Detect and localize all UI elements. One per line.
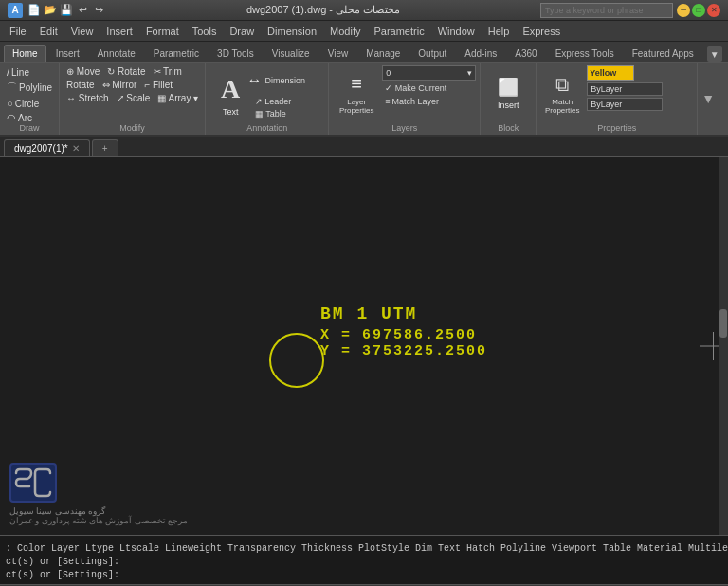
ribbon-group-insert: ⬜ Insert Block <box>481 63 537 135</box>
menu-dimension[interactable]: Dimension <box>262 24 322 39</box>
match-properties-icon: ⧉ <box>555 74 569 96</box>
maximize-button[interactable]: □ <box>692 4 705 17</box>
tab-visualize[interactable]: Visualize <box>264 45 318 62</box>
ribbon-options[interactable]: ▼ <box>707 46 722 62</box>
quick-access-open[interactable]: 📂 <box>43 3 58 18</box>
window-title: dwg2007 (1).dwg - مختصات محلی <box>106 4 540 16</box>
doc-tab-new[interactable]: + <box>92 139 118 156</box>
tab-a360[interactable]: A360 <box>506 45 545 62</box>
insert-btn[interactable]: ⬜ Insert <box>484 65 532 121</box>
minimize-button[interactable]: ─ <box>677 4 690 17</box>
menu-modify[interactable]: Modify <box>324 24 366 39</box>
draw-line-btn[interactable]: / Line <box>4 65 32 79</box>
annotation-leader-btn[interactable]: ↗ Leader <box>252 96 300 107</box>
menu-view[interactable]: View <box>65 24 100 39</box>
tab-home[interactable]: Home <box>4 45 46 62</box>
quick-access-undo[interactable]: ↩ <box>75 3 90 18</box>
draw-circle-btn[interactable]: ○ Circle <box>4 97 42 110</box>
modify-array-btn[interactable]: ▦ Array ▾ <box>155 92 201 104</box>
ribbon-expand-btn[interactable]: ▼ <box>698 63 719 135</box>
tab-3dtools[interactable]: 3D Tools <box>209 45 263 62</box>
insert-group-label: Block <box>481 123 536 133</box>
annotation-table-btn[interactable]: ▦ Table <box>252 108 300 119</box>
ribbon-group-draw: / Line ⌒ Polyline ○ Circle ◠ Arc Draw <box>0 63 60 135</box>
color-box[interactable]: Yellow <box>587 65 634 81</box>
modify-rotate-btn[interactable]: ↻ Rotate <box>104 65 148 78</box>
modify-move-btn[interactable]: ⊕ Move <box>64 65 102 78</box>
match-properties-btn[interactable]: ⧉ Match Properties <box>540 65 584 122</box>
ribbon-tabs: Home Insert Annotate Parametric 3D Tools… <box>0 42 728 63</box>
menu-tools[interactable]: Tools <box>187 24 223 39</box>
title-bar: A 📄 📂 💾 ↩ ↪ dwg2007 (1).dwg - مختصات محل… <box>0 0 728 21</box>
menu-window[interactable]: Window <box>432 24 481 39</box>
doc-tab-1-close[interactable]: ✕ <box>72 143 80 154</box>
menu-format[interactable]: Format <box>140 24 185 39</box>
ribbon-group-annotation: A Text ↔ Dimension ↗ Leader ▦ Table Anno… <box>206 63 329 135</box>
match-layer-icon: ≡ <box>385 97 390 106</box>
vertical-scrollbar[interactable] <box>719 157 728 535</box>
menu-help[interactable]: Help <box>482 24 516 39</box>
layer-properties-btn[interactable]: ≡ Layer Properties <box>333 65 380 122</box>
modify-copy-btn[interactable]: Rotate <box>64 79 97 91</box>
linetype2-box[interactable]: ByLayer <box>587 98 663 111</box>
tab-output[interactable]: Output <box>410 45 455 62</box>
modify-group-label: Modify <box>60 123 205 133</box>
text-icon: A <box>221 74 240 104</box>
quick-access-new[interactable]: 📄 <box>27 3 42 18</box>
bm1-circle <box>269 333 324 388</box>
command-line: : Color Layer Ltype Ltscale Lineweight T… <box>0 535 728 584</box>
doc-tab-1[interactable]: dwg2007(1)* ✕ <box>4 139 90 156</box>
modify-stretch-btn[interactable]: ↔ Stretch <box>64 92 111 104</box>
modify-scale-btn[interactable]: ⤢ Scale <box>114 92 154 104</box>
dimension-icon: ↔ <box>246 72 262 89</box>
command-text: : Color Layer Ltype Ltscale Lineweight T… <box>0 540 728 584</box>
ribbon-group-modify: ⊕ Move ↻ Rotate ✂ Trim Rotate ⇔ Mirror ⌐… <box>60 63 206 135</box>
annotation-text-btn[interactable]: A Text <box>211 66 249 123</box>
draw-polyline-btn[interactable]: ⌒ Polyline <box>4 80 55 96</box>
tab-insert[interactable]: Insert <box>47 45 88 62</box>
annotation-dimension-btn[interactable]: ↔ Dimension <box>252 66 300 95</box>
canvas-area[interactable]: BM 1 UTM X = 697586.2500 Y = 3753225.250… <box>0 157 728 535</box>
polyline-icon: ⌒ <box>7 81 17 95</box>
modify-fillet-btn[interactable]: ⌐ Fillet <box>141 79 175 91</box>
match-layer-btn[interactable]: ≡ Match Layer <box>382 96 442 107</box>
menu-file[interactable]: File <box>4 24 32 39</box>
logo-area: گروه مهندسی سینا سیویل مرجع تخصصی آموزش … <box>9 463 188 525</box>
menu-insert[interactable]: Insert <box>100 24 138 39</box>
modify-trim-btn[interactable]: ✂ Trim <box>151 65 185 78</box>
layer-dropdown[interactable]: 0▾ <box>382 65 476 81</box>
quick-access-redo[interactable]: ↪ <box>91 3 106 18</box>
menu-draw[interactable]: Draw <box>224 24 260 39</box>
layer-icon: ≡ <box>351 73 362 95</box>
close-button[interactable]: ✕ <box>707 4 720 17</box>
annotation-group-label: Annotation <box>206 123 328 133</box>
menu-edit[interactable]: Edit <box>34 24 64 39</box>
layers-group-label: Layers <box>329 123 480 133</box>
leader-icon: ↗ <box>255 97 263 106</box>
quick-access-save[interactable]: 💾 <box>59 3 74 18</box>
draw-group-label: Draw <box>0 123 59 133</box>
menu-bar: File Edit View Insert Format Tools Draw … <box>0 21 728 42</box>
linetype1-box[interactable]: ByLayer <box>587 82 663 96</box>
table-icon: ▦ <box>255 109 264 119</box>
tab-annotate[interactable]: Annotate <box>89 45 144 62</box>
ribbon-panel: / Line ⌒ Polyline ○ Circle ◠ Arc Draw <box>0 63 728 137</box>
modify-mirror-btn[interactable]: ⇔ Mirror <box>100 79 140 91</box>
tab-expresstools[interactable]: Express Tools <box>547 45 623 62</box>
menu-parametric[interactable]: Parametric <box>368 24 429 39</box>
tab-manage[interactable]: Manage <box>357 45 409 62</box>
menu-express[interactable]: Express <box>517 24 566 39</box>
search-input[interactable] <box>540 3 673 18</box>
document-tabs: dwg2007(1)* ✕ + <box>0 137 728 157</box>
tab-parametric[interactable]: Parametric <box>145 45 208 62</box>
properties-group-label: Properties <box>537 123 697 133</box>
make-current-btn[interactable]: ✓ Make Current <box>382 82 449 94</box>
tab-featuredapps[interactable]: Featured Apps <box>624 45 702 62</box>
ribbon-group-properties: ⧉ Match Properties Yellow ByLayer ByLaye… <box>537 63 698 135</box>
scrollbar-thumb-v[interactable] <box>719 309 727 338</box>
line-icon: / <box>7 66 9 78</box>
tab-addins[interactable]: Add-ins <box>456 45 505 62</box>
circle-icon: ○ <box>7 98 13 109</box>
tab-view[interactable]: View <box>319 45 357 62</box>
insert-icon: ⬜ <box>498 77 519 98</box>
